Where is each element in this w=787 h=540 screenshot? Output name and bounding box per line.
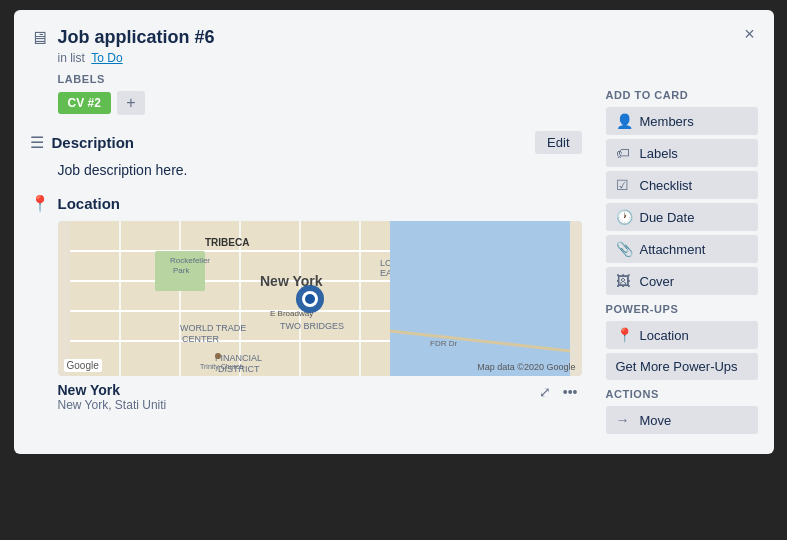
svg-point-34 — [305, 294, 315, 304]
svg-rect-26 — [390, 221, 570, 376]
move-button[interactable]: → Move — [606, 406, 758, 434]
location-info: New York New York, Stati Uniti ⤢ ••• — [58, 382, 582, 412]
cover-icon: 🖼 — [616, 273, 632, 289]
labels-icon: 🏷 — [616, 145, 632, 161]
add-label-button[interactable]: + — [117, 91, 145, 115]
checklist-label: Checklist — [640, 178, 693, 193]
location-action-buttons: ⤢ ••• — [535, 382, 582, 402]
due-date-button[interactable]: 🕐 Due Date — [606, 203, 758, 231]
cv-label-badge[interactable]: CV #2 — [58, 92, 111, 114]
power-ups-title: POWER-UPS — [606, 303, 758, 315]
map-container: Rockefeller Park TRIBECA New York Teneme… — [58, 221, 582, 376]
svg-text:CENTER: CENTER — [182, 334, 220, 344]
title-area: Job application #6 in list To Do — [58, 26, 734, 65]
move-label: Move — [640, 413, 672, 428]
description-header: ☰ Description Edit — [30, 131, 582, 154]
location-more-button[interactable]: ••• — [559, 382, 582, 402]
location-power-up-label: Location — [640, 328, 689, 343]
modal-body: LABELS CV #2 + ☰ Description Edit Job de… — [14, 73, 774, 454]
map-credit: Map data ©2020 Google — [477, 362, 575, 372]
svg-text:FINANCIAL: FINANCIAL — [215, 353, 262, 363]
location-section: 📍 Location — [30, 194, 582, 412]
members-label: Members — [640, 114, 694, 129]
modal-main: LABELS CV #2 + ☰ Description Edit Job de… — [14, 73, 598, 454]
svg-text:Rockefeller: Rockefeller — [170, 256, 210, 265]
due-date-icon: 🕐 — [616, 209, 632, 225]
card-modal: 🖥 Job application #6 in list To Do × LAB… — [14, 10, 774, 454]
checklist-icon: ☑ — [616, 177, 632, 193]
due-date-label: Due Date — [640, 210, 695, 225]
add-to-card-title: ADD TO CARD — [606, 89, 758, 101]
location-header: 📍 Location — [30, 194, 582, 213]
location-text: New York New York, Stati Uniti — [58, 382, 167, 412]
map-svg: Rockefeller Park TRIBECA New York Teneme… — [58, 221, 582, 376]
svg-point-30 — [215, 353, 221, 359]
modal-sidebar: ADD TO CARD 👤 Members 🏷 Labels ☑ Checkli… — [598, 73, 774, 454]
labels-title: LABELS — [58, 73, 582, 85]
svg-text:Trinity Church: Trinity Church — [200, 363, 243, 371]
labels-row: CV #2 + — [58, 91, 582, 115]
get-more-label: Get More Power-Ups — [616, 359, 738, 374]
checklist-button[interactable]: ☑ Checklist — [606, 171, 758, 199]
labels-section: LABELS CV #2 + — [30, 73, 582, 115]
attachment-button[interactable]: 📎 Attachment — [606, 235, 758, 263]
modal-title: Job application #6 — [58, 26, 734, 49]
svg-text:Park: Park — [173, 266, 190, 275]
location-city-sub: New York, Stati Uniti — [58, 398, 167, 412]
close-button[interactable]: × — [736, 20, 764, 48]
svg-text:TWO BRIDGES: TWO BRIDGES — [280, 321, 344, 331]
google-badge: Google — [64, 359, 102, 372]
members-button[interactable]: 👤 Members — [606, 107, 758, 135]
move-icon: → — [616, 412, 632, 428]
description-icon: ☰ — [30, 133, 44, 152]
description-section: ☰ Description Edit Job description here. — [30, 131, 582, 178]
subtitle-prefix: in list — [58, 51, 85, 65]
labels-button[interactable]: 🏷 Labels — [606, 139, 758, 167]
description-text: Job description here. — [30, 162, 582, 178]
location-header-icon: 📍 — [30, 194, 50, 213]
svg-text:TRIBECA: TRIBECA — [205, 237, 249, 248]
modal-subtitle: in list To Do — [58, 51, 734, 65]
cover-button[interactable]: 🖼 Cover — [606, 267, 758, 295]
labels-label: Labels — [640, 146, 678, 161]
edit-description-button[interactable]: Edit — [535, 131, 581, 154]
location-section-title: Location — [58, 195, 121, 212]
attachment-icon: 📎 — [616, 241, 632, 257]
location-power-up-icon: 📍 — [616, 327, 632, 343]
svg-text:FDR Dr: FDR Dr — [430, 339, 457, 348]
actions-title: ACTIONS — [606, 388, 758, 400]
cover-label: Cover — [640, 274, 675, 289]
svg-text:WORLD TRADE: WORLD TRADE — [180, 323, 246, 333]
location-city: New York — [58, 382, 167, 398]
card-type-icon: 🖥 — [30, 28, 48, 49]
modal-header: 🖥 Job application #6 in list To Do × — [14, 10, 774, 73]
location-power-up-button[interactable]: 📍 Location — [606, 321, 758, 349]
location-expand-button[interactable]: ⤢ — [535, 382, 555, 402]
modal-overlay: 🖥 Job application #6 in list To Do × LAB… — [0, 0, 787, 540]
members-icon: 👤 — [616, 113, 632, 129]
attachment-label: Attachment — [640, 242, 706, 257]
get-more-power-ups-button[interactable]: Get More Power-Ups — [606, 353, 758, 380]
list-link[interactable]: To Do — [91, 51, 122, 65]
description-title: Description — [52, 134, 528, 151]
